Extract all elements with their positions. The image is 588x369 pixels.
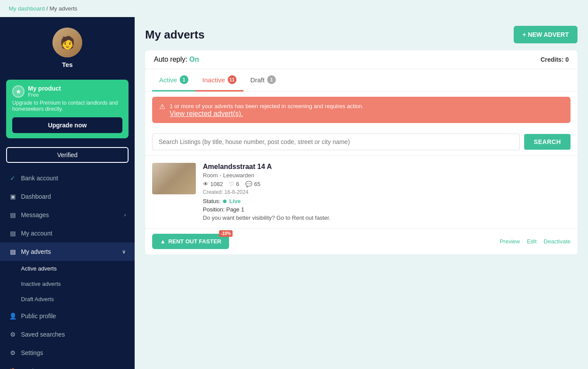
tab-draft[interactable]: Draft 1 <box>244 69 283 91</box>
status-dot <box>223 200 226 203</box>
sidebar-profile: 🧑 Tes <box>0 17 135 75</box>
alert-message: 1 or more of your adverts has been rejec… <box>170 103 364 109</box>
product-tier: Free <box>28 92 61 98</box>
sidebar-label-draft-adverts: Draft Adverts <box>21 296 54 302</box>
edit-link[interactable]: Edit <box>527 238 536 245</box>
autoreply-bar: Auto reply: On Credits: 0 <box>145 50 578 69</box>
avatar-image: 🧑 <box>52 28 82 57</box>
sidebar-item-messages[interactable]: ▤ Messages › <box>0 206 135 224</box>
alert-link[interactable]: View rejected advert(s). <box>170 110 364 118</box>
chat-icon: 💬 <box>245 181 252 187</box>
dashboard-icon: ▣ <box>9 193 17 200</box>
tab-active[interactable]: Active 1 <box>152 69 195 91</box>
listing-stats: 👁 1082 ♡ 6 💬 65 <box>203 181 571 187</box>
search-row: SEARCH <box>145 128 578 155</box>
breadcrumb-current: My adverts <box>49 5 77 12</box>
discount-badge: -10% <box>219 230 233 237</box>
views-stat: 👁 1082 <box>203 181 223 187</box>
username-label: Tes <box>62 61 73 68</box>
my-account-icon: ▤ <box>9 230 17 237</box>
sidebar-navigation: ✓ Bank account ▣ Dashboard ▤ Messages › … <box>0 169 135 369</box>
my-adverts-chevron-icon: ∨ <box>122 249 126 255</box>
deactivate-link[interactable]: Deactivate <box>544 238 571 245</box>
tabs-row: Active 1 Inactive 11 Draft 1 <box>145 69 578 91</box>
position-row: Position: Page 1 <box>203 206 571 213</box>
messages-stat: 💬 65 <box>245 181 260 187</box>
listing-subtitle: Room - Leeuwarden <box>203 172 571 179</box>
adverts-container: Auto reply: On Credits: 0 Active 1 Inact… <box>145 50 578 254</box>
breadcrumb-dashboard-link[interactable]: My dashboard <box>9 5 45 12</box>
rent-faster-button[interactable]: ▲ RENT OUT FASTER -10% <box>152 234 229 249</box>
sidebar-item-draft-adverts[interactable]: Draft Adverts <box>0 292 135 307</box>
sidebar-item-saved-searches[interactable]: ⚙ Saved searches <box>0 325 135 344</box>
tab-inactive-badge: 11 <box>228 75 237 84</box>
upgrade-button[interactable]: Upgrade now <box>12 117 122 133</box>
preview-link[interactable]: Preview <box>500 238 520 245</box>
sidebar-label-active-adverts: Active adverts <box>21 265 57 272</box>
sidebar-label-my-adverts: My adverts <box>21 248 51 255</box>
listing-created: Created: 16-8-2024 <box>203 189 571 195</box>
sidebar-label-inactive-adverts: Inactive adverts <box>21 281 61 287</box>
views-count: 1082 <box>210 181 223 187</box>
sidebar-label-bank-account: Bank account <box>21 175 58 182</box>
eye-icon: 👁 <box>203 181 209 187</box>
alert-content: 1 or more of your adverts has been rejec… <box>170 102 364 118</box>
messages-count: 65 <box>254 181 260 187</box>
sidebar-label-saved-searches: Saved searches <box>21 331 65 338</box>
tab-inactive[interactable]: Inactive 11 <box>195 69 244 91</box>
product-star-icon: ★ <box>12 85 24 98</box>
visibility-text: Do you want better visibility? Go to Ren… <box>203 214 571 221</box>
sidebar-item-settings[interactable]: ⚙ Settings <box>0 344 135 362</box>
sidebar-item-dashboard[interactable]: ▣ Dashboard <box>0 187 135 206</box>
listing-details: Amelandsstraat 14 A Room - Leeuwarden 👁 … <box>203 163 571 221</box>
new-advert-button[interactable]: + NEW ADVERT <box>514 26 578 43</box>
saved-searches-icon: ⚙ <box>9 331 17 338</box>
search-button[interactable]: SEARCH <box>524 134 571 150</box>
rent-faster-icon: ▲ <box>160 238 166 245</box>
sidebar-item-my-adverts[interactable]: ▤ My adverts ∨ <box>0 242 135 261</box>
footer-actions: Preview Edit Deactivate <box>500 238 571 245</box>
my-adverts-icon: ▤ <box>9 248 17 255</box>
alert-icon: ⚠ <box>159 102 165 111</box>
page-title: My adverts <box>145 28 205 42</box>
tab-active-badge: 1 <box>180 75 188 84</box>
likes-count: 6 <box>236 181 239 187</box>
check-icon: ✓ <box>9 175 17 182</box>
listing-item: Amelandsstraat 14 A Room - Leeuwarden 👁 … <box>145 155 578 228</box>
messages-icon: ▤ <box>9 211 17 218</box>
tab-draft-badge: 1 <box>267 75 276 84</box>
listing-image-content <box>152 163 196 194</box>
alert-banner: ⚠ 1 or more of your adverts has been rej… <box>152 97 571 123</box>
sidebar-item-student-house[interactable]: 🏠 Student House <box>0 362 135 369</box>
sidebar-label-my-account: My account <box>21 230 52 237</box>
sidebar-item-active-adverts[interactable]: Active adverts <box>0 261 135 276</box>
sidebar-label-settings: Settings <box>21 349 43 356</box>
heart-icon: ♡ <box>229 181 234 187</box>
sidebar-item-my-account[interactable]: ▤ My account <box>0 224 135 242</box>
breadcrumb: My dashboard / My adverts <box>0 0 588 17</box>
listing-footer: ▲ RENT OUT FASTER -10% Preview Edit Deac… <box>145 228 578 254</box>
product-description: Upgrade to Premium to contact landlords … <box>12 100 122 112</box>
sidebar-item-public-profile[interactable]: 👤 Public profile <box>0 307 135 325</box>
likes-stat: ♡ 6 <box>229 181 239 187</box>
sidebar-label-dashboard: Dashboard <box>21 193 51 200</box>
sidebar-label-public-profile: Public profile <box>21 313 56 320</box>
tab-draft-label: Draft <box>251 76 265 84</box>
public-profile-icon: 👤 <box>9 313 17 320</box>
autoreply-status: On <box>189 56 199 63</box>
tab-active-label: Active <box>159 76 177 84</box>
sidebar-label-messages: Messages <box>21 211 49 218</box>
verified-button[interactable]: Verified <box>6 147 129 163</box>
product-header: ★ My product Free <box>12 85 122 98</box>
sidebar: 🧑 Tes ★ My product Free Upgrade to Premi… <box>0 17 135 369</box>
sidebar-item-inactive-adverts[interactable]: Inactive adverts <box>0 276 135 292</box>
status-row: Status: Live <box>203 198 571 204</box>
page-header: My adverts + NEW ADVERT <box>145 26 578 43</box>
product-card: ★ My product Free Upgrade to Premium to … <box>6 80 129 138</box>
autoreply-section: Auto reply: On <box>154 56 199 63</box>
messages-chevron-icon: › <box>124 212 126 218</box>
autoreply-label: Auto reply: <box>154 56 187 63</box>
search-input[interactable] <box>152 134 520 150</box>
status-label: Status: <box>203 198 220 204</box>
sidebar-item-bank-account[interactable]: ✓ Bank account <box>0 169 135 187</box>
